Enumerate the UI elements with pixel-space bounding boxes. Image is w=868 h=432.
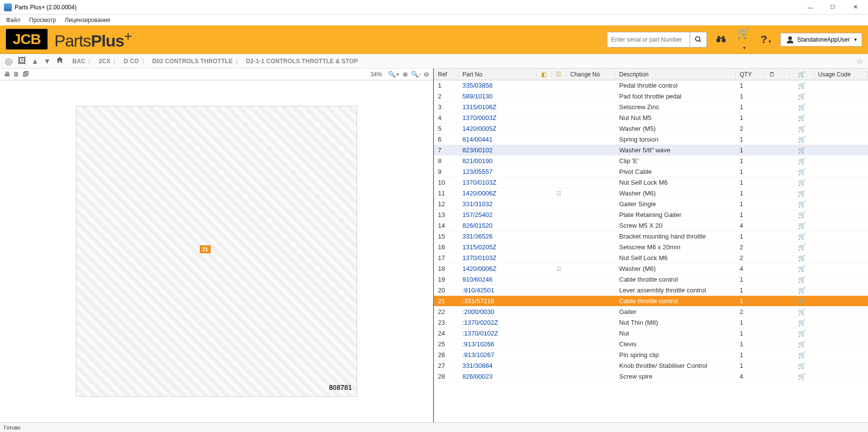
cell-part-link[interactable]: 123/05557 [458, 168, 537, 175]
cell-cart-button[interactable]: 🛒 [790, 157, 814, 165]
cell-part-link[interactable]: 335/03858 [458, 82, 537, 89]
table-row[interactable]: 2589/10130Pad foot throttle pedal1🛒 [434, 91, 868, 102]
cell-part-link[interactable]: 589/10130 [458, 93, 537, 100]
favorite-icon[interactable]: ☆ [856, 56, 863, 66]
cell-part-link[interactable]: :910/42501 [458, 287, 537, 294]
table-row[interactable]: 111420/0006Z☷Washer (M6)1🛒 [434, 188, 868, 199]
cell-cart-button[interactable]: 🛒 [790, 265, 814, 272]
cell-part-link[interactable]: 1315/0205Z [458, 243, 537, 251]
cart-icon[interactable]: 🛒▾ [735, 27, 752, 52]
col-usage[interactable]: Usage Code [814, 71, 868, 78]
cell-part-link[interactable]: 331/31032 [458, 200, 537, 208]
cell-cart-button[interactable]: 🛒 [790, 103, 814, 111]
cell-cart-button[interactable]: 🛒 [790, 373, 814, 380]
breadcrumb-item[interactable]: 2CX [95, 57, 120, 66]
maximize-button[interactable]: ☐ [822, 0, 844, 15]
cell-part-link[interactable]: :331/57216 [458, 297, 537, 305]
cell-part-link[interactable]: :2000/0030 [458, 308, 537, 315]
zoom-out-icon[interactable]: 🔍- [411, 71, 421, 78]
cell-cart-button[interactable]: 🛒 [790, 276, 814, 283]
table-row[interactable]: 14826/01520Screw M5 X 204🛒 [434, 220, 868, 231]
cell-part-link[interactable]: 1370/0003Z [458, 114, 537, 121]
breadcrumb-item[interactable]: D CO [120, 57, 148, 66]
cell-part-link[interactable]: 157/25402 [458, 211, 537, 218]
cell-part-link[interactable]: 826/00023 [458, 373, 537, 380]
cell-part-link[interactable]: 826/01520 [458, 222, 537, 229]
cell-cart-button[interactable]: 🛒 [790, 254, 814, 262]
zoom-in-icon[interactable]: 🔍+ [388, 71, 400, 78]
cell-cart-button[interactable]: 🛒 [790, 136, 814, 143]
table-row[interactable]: 8821/00190Clip 'E'1🛒 [434, 156, 868, 167]
cell-cart-button[interactable]: 🛒 [790, 287, 814, 294]
cell-cart-button[interactable]: 🛒 [790, 308, 814, 315]
table-row[interactable]: 41370/0003ZNut Nut M51🛒 [434, 113, 868, 123]
cell-part-link[interactable]: 1315/0108Z [458, 103, 537, 111]
nav-up-icon[interactable]: ▲ [31, 57, 39, 65]
search-button[interactable] [690, 32, 707, 48]
cell-cart-button[interactable]: 🛒 [790, 179, 814, 186]
cell-cart-button[interactable]: 🛒 [790, 82, 814, 89]
table-row[interactable]: 181420/0006Z☷Washer (M6)4🛒 [434, 264, 868, 274]
cell-cart-button[interactable]: 🛒 [790, 319, 814, 326]
table-row[interactable]: 12331/31032Gaiter Single1🛒 [434, 199, 868, 210]
cell-part-link[interactable]: 814/00441 [458, 136, 537, 143]
col-desc[interactable]: Description [615, 71, 736, 78]
diagram-image[interactable]: 21 808781 [76, 106, 358, 396]
table-row[interactable]: 28826/00023Screw spire4🛒 [434, 371, 868, 382]
table-row[interactable]: 19910/60246Cable throttle control1🛒 [434, 274, 868, 285]
table-row[interactable]: 21:331/57216Cable throttle control1🛒 [434, 296, 868, 307]
cell-cart-button[interactable]: 🛒 [790, 168, 814, 175]
cell-cart-button[interactable]: 🛒 [790, 211, 814, 218]
table-row[interactable]: 7823/00102Washer 5/8" wave1🛒 [434, 145, 868, 156]
cell-cart-button[interactable]: 🛒 [790, 125, 814, 132]
cell-cart-button[interactable]: 🛒 [790, 93, 814, 100]
table-row[interactable]: 1335/03858Pedal throttle control1🛒 [434, 80, 868, 91]
cell-cart-button[interactable]: 🛒 [790, 243, 814, 251]
target-icon[interactable]: ◎ [5, 56, 13, 67]
cell-part-link[interactable]: :1370/0202Z [458, 319, 537, 326]
print-icon[interactable]: 🖶 [4, 71, 10, 78]
save-icon[interactable]: 🗐 [23, 71, 29, 78]
cell-cart-button[interactable]: 🛒 [790, 351, 814, 359]
table-row[interactable]: 24:1370/0102ZNut1🛒 [434, 328, 868, 339]
export-icon[interactable]: 🗎 [13, 71, 20, 78]
home-icon[interactable] [56, 56, 64, 66]
table-row[interactable]: 15331/36526Bracket mounting hand throttl… [434, 231, 868, 242]
cell-part-link[interactable]: 1420/0005Z [458, 125, 537, 132]
table-row[interactable]: 161315/0205ZSetscrew M6 x 20mm2🛒 [434, 242, 868, 253]
cell-part-link[interactable]: 331/36526 [458, 233, 537, 240]
cell-cart-button[interactable]: 🛒 [790, 340, 814, 348]
close-button[interactable]: ✕ [844, 0, 866, 15]
table-row[interactable]: 171370/0103ZNut Self Lock M62🛒 [434, 253, 868, 264]
cell-part-link[interactable]: 1370/0103Z [458, 179, 537, 186]
table-row[interactable]: 101370/0103ZNut Self Lock M61🛒 [434, 177, 868, 188]
cell-cart-button[interactable]: 🛒 [790, 362, 814, 369]
menu-file[interactable]: Файл [6, 17, 21, 24]
cell-cart-button[interactable]: 🛒 [790, 330, 814, 337]
cell-cart-button[interactable]: 🛒 [790, 114, 814, 121]
breadcrumb-item[interactable]: D2-1-1 CONTROLS THROTTLE & STOP [242, 57, 365, 66]
table-row[interactable]: 6814/00441Spring torsion1🛒 [434, 134, 868, 145]
binoculars-icon[interactable] [713, 33, 729, 46]
diagram-hotspot[interactable]: 21 [200, 245, 211, 253]
table-row[interactable]: 27331/30884Knob throttle/ Stabiliser Con… [434, 360, 868, 371]
cell-part-link[interactable]: 1420/0006Z [458, 190, 537, 197]
col-change[interactable]: Change No [566, 71, 615, 78]
table-row[interactable]: 9123/05557Pivot Cable1🛒 [434, 167, 868, 177]
cell-part-link[interactable]: :913/10267 [458, 351, 537, 359]
breadcrumb-item[interactable]: BAC [69, 57, 95, 66]
search-input[interactable] [607, 32, 690, 48]
cell-part-link[interactable]: 1370/0103Z [458, 254, 537, 262]
zoom-reset-icon[interactable]: ⊖ [424, 71, 429, 78]
table-row[interactable]: 26:913/10267Pin spring clip1🛒 [434, 350, 868, 360]
table-row[interactable]: 31315/0108ZSetscrew Zinc1🛒 [434, 102, 868, 113]
menu-license[interactable]: Лицензирование [65, 17, 110, 24]
cell-part-link[interactable]: :913/10266 [458, 340, 537, 348]
cell-part-link[interactable]: :1370/0102Z [458, 330, 537, 337]
cell-part-link[interactable]: 1420/0006Z [458, 265, 537, 272]
table-row[interactable]: 22:2000/0030Gaiter2🛒 [434, 307, 868, 317]
cell-part-link[interactable]: 331/30884 [458, 362, 537, 369]
table-body[interactable]: 1335/03858Pedal throttle control1🛒2589/1… [434, 80, 868, 422]
cell-cart-button[interactable]: 🛒 [790, 233, 814, 240]
table-row[interactable]: 23:1370/0202ZNut Thin (M8)1🛒 [434, 317, 868, 328]
